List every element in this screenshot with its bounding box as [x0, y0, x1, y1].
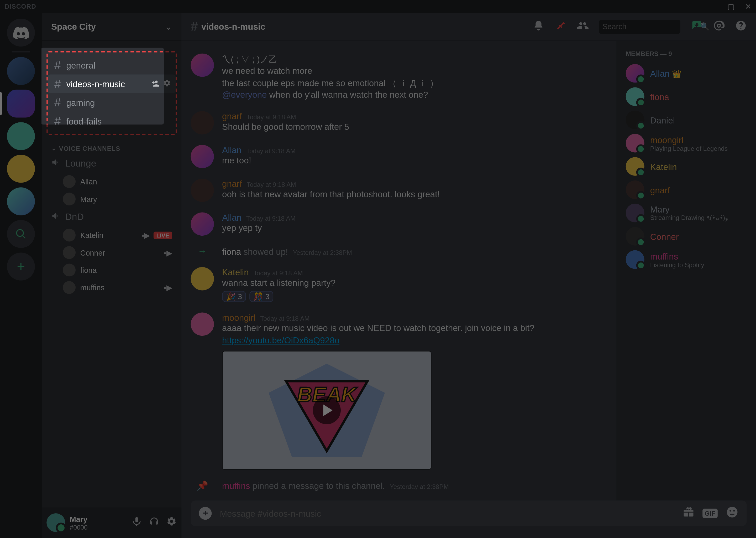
member-muffins[interactable]: muffinsListening to Spotify — [621, 248, 751, 271]
voice-user[interactable]: fiona — [46, 261, 177, 279]
video-embed[interactable]: BEAK — [222, 351, 432, 469]
message-time: Today at 9:18 AM — [254, 270, 303, 277]
member-name: Allan 👑 — [650, 68, 682, 78]
member-moongirl[interactable]: moongirlPlaying League of Legends — [621, 132, 751, 155]
member-allan[interactable]: Allan 👑 — [621, 62, 751, 85]
messages: 乀( ; ▽ ; )ノ乙we need to watch morethe las… — [181, 41, 616, 501]
server-space-city[interactable] — [7, 89, 35, 117]
channel-food-fails[interactable]: # food-fails — [48, 112, 176, 130]
voice-user[interactable]: Conner▪▶ — [46, 244, 177, 261]
message-author[interactable]: Allan — [222, 213, 242, 223]
search-box[interactable]: 🔍 — [599, 20, 681, 33]
message-author[interactable]: Katelin — [222, 267, 249, 277]
member-fiona[interactable]: fiona — [621, 85, 751, 108]
add-server-button[interactable]: + — [7, 252, 35, 280]
member-daniel[interactable]: Daniel — [621, 108, 751, 132]
gear-icon[interactable] — [163, 79, 171, 89]
member-name: fiona — [650, 92, 669, 102]
avatar[interactable] — [191, 54, 214, 77]
help-icon[interactable] — [735, 20, 746, 33]
attach-button[interactable]: + — [199, 507, 212, 520]
minimize-button[interactable]: — — [710, 2, 717, 11]
voice-channel-lounge[interactable]: Lounge — [46, 154, 177, 173]
hash-icon: # — [52, 59, 63, 72]
avatar[interactable] — [191, 179, 214, 202]
pinned-icon[interactable] — [555, 20, 566, 33]
search-input[interactable] — [602, 22, 700, 31]
members-icon[interactable] — [577, 20, 589, 33]
message-input[interactable] — [220, 508, 674, 518]
maximize-button[interactable]: ▢ — [728, 2, 734, 11]
avatar[interactable] — [191, 145, 214, 168]
live-badge: LIVE — [153, 232, 172, 239]
play-icon[interactable] — [313, 396, 341, 424]
message-author[interactable]: moongirl — [222, 313, 256, 323]
inbox-icon[interactable] — [691, 20, 702, 33]
mention[interactable]: @everyone — [222, 89, 267, 100]
channel-general[interactable]: # general — [48, 56, 176, 75]
voice-user[interactable]: Allan — [46, 173, 177, 190]
voice-channels-header[interactable]: ⌄ VOICE CHANNELS — [46, 135, 177, 154]
message-author[interactable]: gnarf — [222, 111, 242, 121]
message: moongirlToday at 9:18 AMaaaa their new m… — [191, 310, 607, 472]
message: AllanToday at 9:18 AMme too! — [191, 143, 607, 171]
mentions-icon[interactable] — [713, 20, 725, 33]
avatar — [626, 250, 644, 269]
explore-button[interactable] — [7, 220, 35, 248]
channel-name: food-fails — [67, 116, 171, 126]
voice-user[interactable]: muffins▪▶ — [46, 279, 177, 296]
link[interactable]: https://youtu.be/OiDx6aQ928o — [222, 335, 339, 345]
gif-button[interactable]: GIF — [702, 509, 717, 518]
emoji-icon[interactable] — [726, 506, 739, 521]
server-5[interactable] — [7, 187, 35, 215]
hash-icon: # — [52, 96, 63, 109]
channel-gaming[interactable]: # gaming — [48, 93, 176, 112]
self-avatar[interactable] — [46, 513, 65, 532]
avatar — [626, 87, 644, 106]
avatar[interactable] — [191, 313, 214, 336]
voice-user[interactable]: Mary — [46, 190, 177, 207]
server-name: Space City — [51, 22, 96, 31]
avatar[interactable] — [191, 111, 214, 134]
chevron-down-icon: ⌄ — [165, 21, 172, 32]
pin-system-message: 📌 muffins pinned a message to this chann… — [191, 478, 607, 493]
member-mary[interactable]: MaryStreaming Drawing ٩(•̀ᴗ•́)و — [621, 201, 751, 225]
self-tag: #0000 — [70, 523, 127, 531]
member-gnarf[interactable]: gnarf — [621, 178, 751, 201]
member-name: Conner — [650, 232, 679, 242]
voice-channel-dnd[interactable]: DnD — [46, 208, 177, 227]
server-header[interactable]: Space City ⌄ — [42, 13, 182, 41]
voice-user[interactable]: Katelin▪▶LIVE — [46, 227, 177, 244]
server-1[interactable] — [7, 57, 35, 85]
channel-videos-n-music[interactable]: # videos-n-music — [48, 75, 176, 93]
message-author[interactable]: gnarf — [222, 179, 242, 188]
member-conner[interactable]: Conner — [621, 225, 751, 248]
server-separator — [12, 51, 30, 52]
server-4[interactable] — [7, 155, 35, 183]
reaction[interactable]: 🎉3 — [222, 291, 246, 302]
home-button[interactable] — [7, 19, 35, 46]
message-author[interactable]: Allan — [222, 145, 242, 155]
deafen-icon[interactable] — [149, 516, 159, 529]
avatar — [626, 111, 644, 129]
notifications-icon[interactable] — [533, 20, 544, 33]
avatar[interactable] — [191, 213, 214, 236]
member-name: muffins — [650, 251, 704, 261]
avatar — [63, 229, 75, 242]
gift-icon[interactable] — [683, 506, 694, 520]
member-katelin[interactable]: Katelin — [621, 155, 751, 178]
reaction[interactable]: 🎊3 — [250, 291, 273, 302]
avatar — [63, 192, 75, 205]
message-text: yep yep ty — [222, 222, 607, 234]
message-text: me too! — [222, 155, 607, 167]
member-name: Katelin — [650, 162, 677, 172]
mute-icon[interactable] — [131, 516, 142, 529]
speaker-icon — [51, 158, 62, 169]
settings-icon[interactable] — [166, 516, 177, 529]
join-icon: → — [191, 246, 214, 257]
avatar[interactable] — [191, 267, 214, 291]
invite-icon[interactable] — [151, 79, 159, 89]
server-3[interactable] — [7, 122, 35, 150]
hash-icon: # — [191, 19, 198, 34]
close-button[interactable]: ✕ — [745, 2, 751, 11]
